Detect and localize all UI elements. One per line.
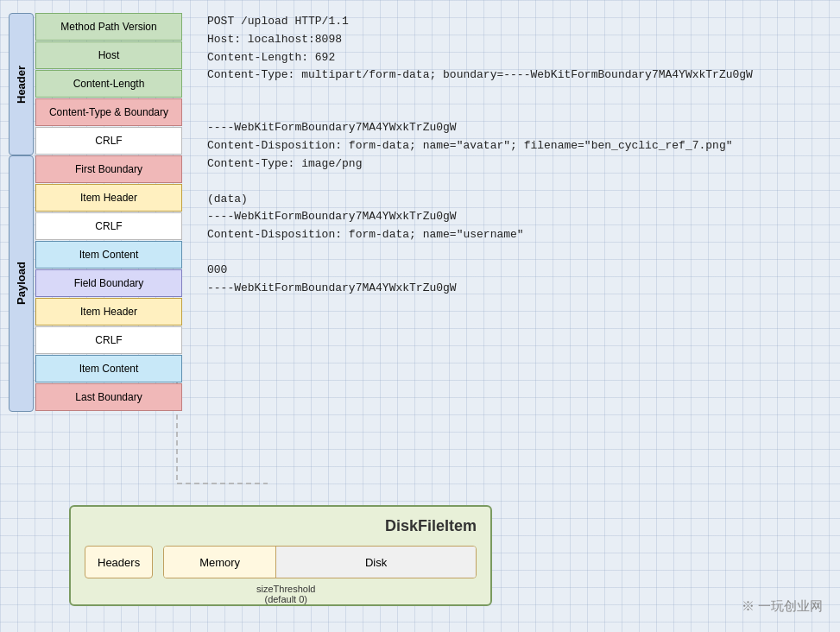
memory-cell: Memory — [164, 547, 276, 578]
payload-row: Item Content — [35, 241, 182, 269]
payload-row: CRLF — [35, 212, 182, 240]
payload-row: First Boundary — [35, 155, 182, 183]
text-line: (data) — [207, 191, 831, 209]
text-line: ----WebKitFormBoundary7MA4YWxkTrZu0gW — [207, 280, 831, 298]
header-row: Host — [35, 41, 182, 69]
header-row: CRLF — [35, 127, 182, 155]
text-line: Content-Disposition: form-data; name="us… — [207, 226, 831, 244]
text-line — [207, 85, 831, 102]
text-line: Content-Disposition: form-data; name="av… — [207, 137, 831, 155]
payload-row: Item Content — [35, 355, 182, 382]
text-line: Content-Type: image/png — [207, 155, 831, 174]
text-line — [207, 174, 831, 191]
size-threshold-label: sizeThreshold (default 0) — [256, 584, 315, 604]
payload-row: CRLF — [35, 326, 182, 354]
text-line — [207, 102, 831, 119]
header-row: Method Path Version — [35, 13, 182, 41]
text-line: Host: localhost:8098 — [207, 31, 831, 49]
disk-cell: Disk — [276, 547, 476, 578]
payload-row: Last Boundary — [35, 383, 182, 411]
right-text-area: POST /upload HTTP/1.1Host: localhost:809… — [207, 13, 831, 298]
text-line: POST /upload HTTP/1.1 — [207, 13, 831, 31]
disk-file-item-box: DiskFileItem Headers Memory Disk sizeThr… — [69, 505, 492, 606]
payload-vertical-label: Payload — [9, 155, 34, 412]
text-line: Content-Type: multipart/form-data; bound… — [207, 66, 831, 85]
payload-row: Item Header — [35, 298, 182, 325]
headers-box: Headers — [85, 546, 153, 578]
disk-file-item-title: DiskFileItem — [85, 517, 477, 535]
watermark: ※ 一玩创业网 — [742, 598, 823, 615]
payload-row: Field Boundary — [35, 269, 182, 297]
memory-disk-row: Memory Disk — [163, 546, 477, 578]
left-diagram: HeaderMethod Path VersionHostContent-Len… — [9, 13, 182, 412]
header-row: Content-Length — [35, 70, 182, 98]
payload-row: Item Header — [35, 184, 182, 212]
text-line: 000 — [207, 262, 831, 280]
header-row: Content-Type & Boundary — [35, 98, 182, 126]
text-line: Content-Length: 692 — [207, 49, 831, 67]
text-line: ----WebKitFormBoundary7MA4YWxkTrZu0gW — [207, 208, 831, 226]
header-vertical-label: Header — [9, 13, 34, 155]
text-line — [207, 244, 831, 262]
text-line: ----WebKitFormBoundary7MA4YWxkTrZu0gW — [207, 119, 831, 137]
